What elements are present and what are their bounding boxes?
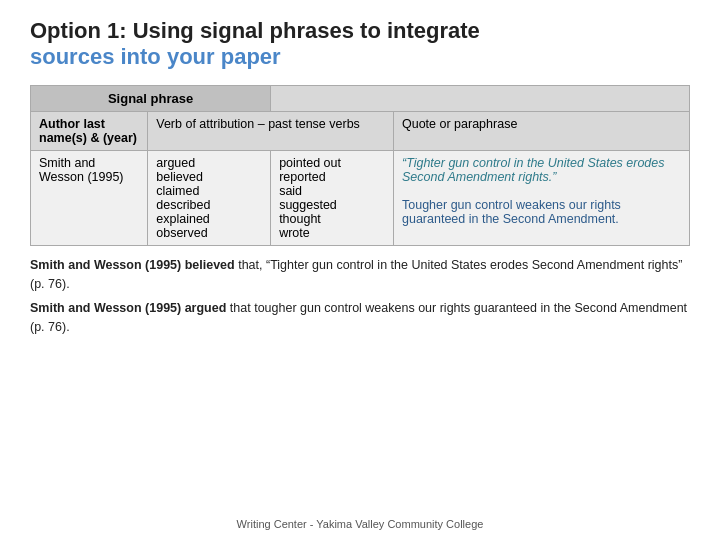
verb-said: said (279, 184, 302, 198)
footer: Writing Center - Yakima Valley Community… (30, 512, 690, 530)
cell-quotes: “Tighter gun control in the United State… (393, 150, 689, 245)
col-verb-header: Verb of attribution – past tense verbs (148, 111, 394, 150)
example-1: Smith and Wesson (1995) believed that, “… (30, 256, 690, 294)
table-subheader-row: Author last name(s) & (year) Verb of att… (31, 111, 690, 150)
title-line1: Option 1: Using signal phrases to integr… (30, 18, 690, 44)
verb-explained: explained (156, 212, 210, 226)
verb-argued: argued (156, 156, 195, 170)
verb-believed: believed (156, 170, 203, 184)
verb-claimed: claimed (156, 184, 199, 198)
quote-2: Tougher gun control weakens our rights g… (402, 198, 621, 226)
title-line2-inner: sources into your paper (30, 44, 281, 69)
table-data-row: Smith and Wesson (1995) argued believed … (31, 150, 690, 245)
col-quote-header: Quote or paraphrase (393, 111, 689, 150)
example-2-bold: Smith and Wesson (1995) argued (30, 301, 226, 315)
verb-observed: observed (156, 226, 207, 240)
title-block: Option 1: Using signal phrases to integr… (30, 18, 690, 71)
cell-verbs-2: pointed out reported said suggested thou… (271, 150, 394, 245)
title-line2: sources into your paper (30, 44, 690, 70)
signal-phrase-header: Signal phrase (31, 85, 271, 111)
quote-1: “Tighter gun control in the United State… (402, 156, 665, 184)
verb-described: described (156, 198, 210, 212)
verb-wrote: wrote (279, 226, 310, 240)
verb-thought: thought (279, 212, 321, 226)
verb-suggested: suggested (279, 198, 337, 212)
example-1-bold: Smith and Wesson (1995) believed (30, 258, 235, 272)
col-author-header: Author last name(s) & (year) (31, 111, 148, 150)
cell-author: Smith and Wesson (1995) (31, 150, 148, 245)
signal-table: Signal phrase Author last name(s) & (yea… (30, 85, 690, 246)
cell-verbs-1: argued believed claimed described explai… (148, 150, 271, 245)
page-container: Option 1: Using signal phrases to integr… (0, 0, 720, 540)
example-2: Smith and Wesson (1995) argued that toug… (30, 299, 690, 337)
verb-pointed-out: pointed out (279, 156, 341, 170)
verb-reported: reported (279, 170, 326, 184)
table-header-row: Signal phrase (31, 85, 690, 111)
